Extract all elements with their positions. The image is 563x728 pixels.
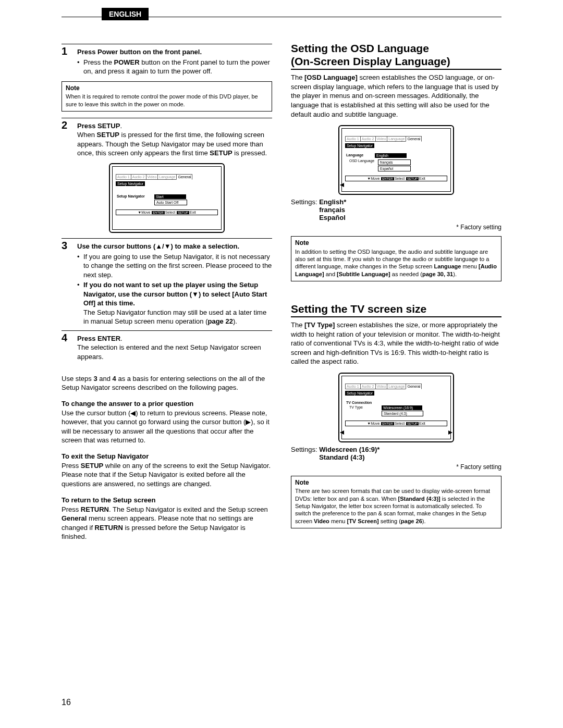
step-bullet: If you are going to use the Setup Naviga… [83,252,272,280]
note-title: Note [66,84,268,93]
language-tab: ENGLISH [102,8,149,20]
step-title: Press Power button on the front panel. [77,47,272,57]
step-bullet: If you do not want to set up the player … [83,280,272,326]
step-4: 4 Press ENTER. The selection is entered … [62,330,272,362]
factory-note: * Factory setting [291,224,501,231]
right-column: Setting the OSD Language(On-Screen Displ… [291,42,501,541]
note-body: In addition to setting the OSD language,… [295,248,497,278]
subheading: To return to the Setup screen [62,496,272,504]
paragraph: Press SETUP while on any of the screens … [62,461,272,489]
settings-list: Settings: Widescreen (16:9)* Settings: S… [291,446,501,461]
osd-screen-tv-type: Audio 1Audio 2VideoLanguageGeneral Setup… [338,373,454,442]
step-text: The selection is entered and the next Se… [77,343,272,361]
osd-tabs: Audio 1Audio 2VideoLanguageGeneral [116,174,218,180]
step-1: 1 Press Power button on the front panel.… [62,44,272,76]
paragraph: Use the cursor button (◀) to return to p… [62,409,272,445]
paragraph: The [OSD Language] screen establishes th… [291,73,501,119]
osd-subtitle: Setup Navigator [116,181,145,186]
step-2: 2 Press SETUP. When SETUP is pressed for… [62,118,272,158]
factory-note: * Factory setting [291,463,501,471]
osd-screen-language: Audio 1Audio 2VideoLanguageGeneral Setup… [338,125,454,195]
left-column: 1 Press Power button on the front panel.… [62,42,272,541]
osd-footer: ▼Move ENTERSelect SETUPExit [116,209,218,215]
note-body: When it is required to remote control th… [66,93,268,108]
note-box: Note In addition to setting the OSD lang… [291,236,501,281]
section-heading-osd-language: Setting the OSD Language(On-Screen Displ… [291,42,501,70]
note-box: Note There are two screen formats that c… [291,476,501,528]
subheading: To exit the Setup Navigator [62,452,272,460]
osd-screen-setup-navigator: Audio 1Audio 2VideoLanguageGeneral Setup… [109,163,225,233]
paragraph: Press RETURN. The Setup Navigator is exi… [62,505,272,541]
step-number: 3 [62,238,77,326]
paragraph: The [TV Type] screen establishes the siz… [291,320,501,366]
step-number: 1 [62,44,77,76]
step-3: 3 Use the cursor buttons (▲/▼) to make a… [62,238,272,326]
step-title: Press ENTER [77,335,120,342]
step-bullet: Press the POWER button on the Front pane… [83,58,272,76]
step-title: Press SETUP [77,122,120,130]
step-title: Use the cursor buttons (▲/▼) to make a s… [77,242,272,251]
note-box: Note When it is required to remote contr… [62,81,272,112]
step-text: When SETUP is pressed for the first time… [77,130,272,158]
subheading: To change the answer to a prior question [62,400,272,408]
header-rule [62,17,501,17]
page-number: 16 [62,698,71,707]
paragraph: Use steps 3 and 4 as a basis for enterin… [62,374,272,392]
step-number: 4 [62,330,77,362]
settings-list: Settings: English* Settings: français Se… [291,198,501,221]
note-body: There are two screen formats that can be… [295,487,497,524]
step-number: 2 [62,118,77,158]
section-heading-tv-size: Setting the TV screen size [291,302,501,317]
